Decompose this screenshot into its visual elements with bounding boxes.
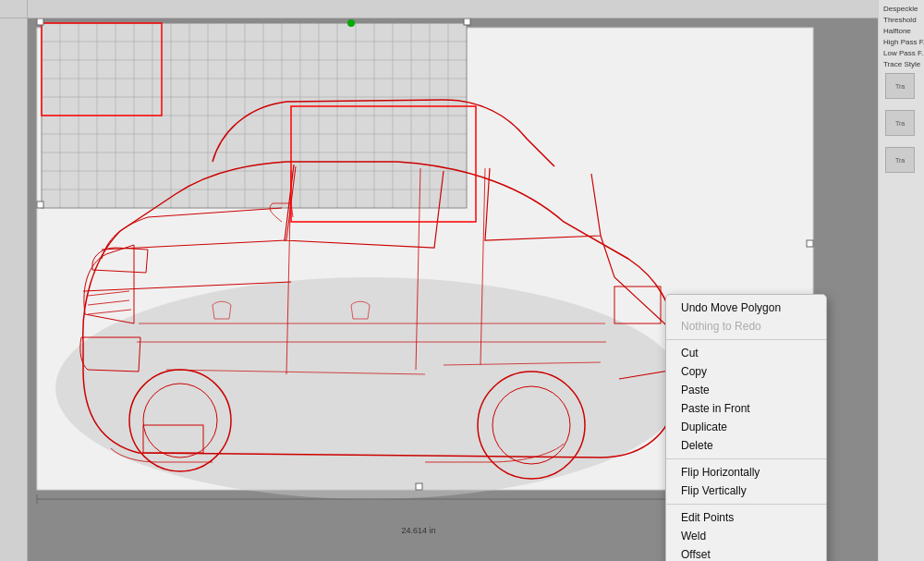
panel-label-tracestyle: Trace Style [883,60,919,68]
panel-item-0[interactable]: Tra [883,71,919,101]
menu-item-paste-in-front[interactable]: Paste in Front [666,399,826,418]
panel-label-highpass: High Pass F. [883,38,919,46]
right-panel: Despeckle Threshold Halftone High Pass F… [878,0,924,561]
menu-item-paste[interactable]: Paste [666,381,826,399]
panel-label-despeckle: Despeckle [883,5,919,13]
svg-point-42 [347,19,355,27]
menu-item-weld[interactable]: Weld [666,527,826,545]
svg-rect-47 [416,483,422,490]
ruler-left [0,18,28,561]
context-menu: Undo Move PolygonNothing to RedoCutCopyP… [665,294,827,561]
menu-item-cut[interactable]: Cut [666,344,826,362]
panel-label-lowpass: Low Pass F. [883,49,919,57]
menu-separator [666,458,826,459]
menu-item-copy[interactable]: Copy [666,362,826,381]
menu-separator [666,504,826,505]
menu-item-duplicate[interactable]: Duplicate [666,418,826,436]
ruler-corner [0,0,28,18]
ruler-top [28,0,878,18]
panel-item-1[interactable]: Tra [883,108,919,138]
menu-item-delete[interactable]: Delete [666,436,826,455]
svg-rect-44 [464,18,470,25]
menu-item-offset[interactable]: Offset [666,545,826,561]
panel-item-2[interactable]: Tra [883,145,919,175]
panel-label-halftone: Halftone [883,27,919,35]
menu-item-edit-points[interactable]: Edit Points [666,508,826,527]
svg-point-33 [55,277,684,499]
svg-rect-46 [807,240,813,247]
menu-item-flip-horizontally[interactable]: Flip Horizontally [666,463,826,482]
menu-item-undo-move-polygon[interactable]: Undo Move Polygon [666,299,826,317]
thumbnail-2: Tra [885,147,915,173]
menu-separator [666,339,826,340]
thumbnail-1: Tra [885,110,915,136]
svg-rect-43 [37,18,43,25]
menu-item-nothing-to-redo: Nothing to Redo [666,317,826,335]
dimension-horizontal: 24.614 in [398,526,440,535]
svg-rect-45 [37,201,43,208]
thumbnail-0: Tra [885,73,915,99]
panel-label-threshold: Threshold [883,16,919,24]
menu-item-flip-vertically[interactable]: Flip Vertically [666,482,826,500]
